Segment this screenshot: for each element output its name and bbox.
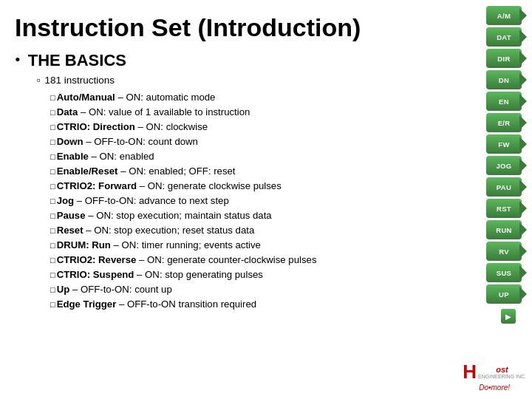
instruction-line: □Reset – ON: stop execution; reset statu… xyxy=(50,223,517,238)
instruction-line: □DRUM: Run – ON: timer running; events a… xyxy=(50,238,517,253)
page: Instruction Set (Introduction) • THE BAS… xyxy=(0,0,532,399)
instruction-line: □Down – OFF-to-ON: count down xyxy=(50,134,517,149)
play-icon[interactable] xyxy=(501,309,516,324)
play-btn-wrapper[interactable] xyxy=(501,307,516,324)
sidebar-btn-wrapper[interactable]: UP xyxy=(486,284,531,304)
instruction-line: □CTRIO: Suspend – ON: stop generating pu… xyxy=(50,267,517,282)
sidebar-btn-a/m[interactable]: A/M xyxy=(486,6,522,25)
basics-bullet: • THE BASICS xyxy=(15,51,517,70)
sidebar-btn-rst[interactable]: RST xyxy=(486,199,522,218)
sidebar-btn-wrapper[interactable]: RUN xyxy=(486,220,531,239)
host-logo: H ost ENGINEERING INC. Do•more! xyxy=(463,361,526,392)
instruction-line: □Enable – ON: enabled xyxy=(50,149,517,164)
sidebar-btn-up[interactable]: UP xyxy=(486,284,522,304)
instruction-line: □CTRIO2: Forward – ON: generate clockwis… xyxy=(50,179,517,194)
basics-label: THE BASICS xyxy=(28,51,126,70)
sidebar-btn-wrapper[interactable]: DAT xyxy=(486,27,531,47)
sidebar-btn-sus[interactable]: SUS xyxy=(486,263,522,282)
instruction-count: 181 instructions xyxy=(45,75,115,86)
sidebar-btn-wrapper[interactable]: E/R xyxy=(486,113,531,132)
sidebar-btn-wrapper[interactable]: EN xyxy=(486,92,531,111)
instruction-line: □CTRIO2: Reverse – ON: generate counter-… xyxy=(50,253,517,267)
sidebar-btn-pau[interactable]: PAU xyxy=(486,177,522,197)
sidebar-btn-wrapper[interactable]: RV xyxy=(486,242,531,261)
sidebar-btn-e/r[interactable]: E/R xyxy=(486,113,522,132)
instruction-line: □Pause – ON: stop execution; maintain st… xyxy=(50,208,517,223)
sidebar-btn-wrapper[interactable]: DIR xyxy=(486,49,531,68)
sidebar-btn-rv[interactable]: RV xyxy=(486,242,522,261)
sub-list: ▫ 181 instructions □Auto/Manual – ON: au… xyxy=(37,73,517,312)
instruction-line: □Data – ON: value of 1 available to inst… xyxy=(50,105,517,120)
sidebar-btn-wrapper[interactable]: RST xyxy=(486,199,531,218)
instruction-line: □Edge Trigger – OFF-to-ON transition req… xyxy=(50,297,517,312)
sidebar-btn-wrapper[interactable]: A/M xyxy=(486,6,531,25)
instruction-line: □CTRIO: Direction – ON: clockwise xyxy=(50,120,517,134)
instruction-count-line: ▫ 181 instructions xyxy=(37,73,517,89)
sidebar-btn-wrapper[interactable]: JOG xyxy=(486,156,531,175)
instruction-list: □Auto/Manual – ON: automatic mode□Data –… xyxy=(50,90,517,313)
sidebar-btn-en[interactable]: EN xyxy=(486,92,522,111)
sidebar-btn-wrapper[interactable]: PAU xyxy=(486,177,531,197)
sidebar-btn-wrapper[interactable]: DN xyxy=(486,70,531,89)
bullet-icon: • xyxy=(15,51,21,69)
right-sidebar: A/MDATDIRDNENE/RFWJOGPAURSTRUNRVSUSUP xyxy=(489,6,528,324)
host-letter: H xyxy=(463,361,477,383)
content-section: • THE BASICS ▫ 181 instructions □Auto/Ma… xyxy=(15,51,517,312)
instruction-line: □Enable/Reset – ON: enabled; OFF: reset xyxy=(50,164,517,179)
sidebar-btn-jog[interactable]: JOG xyxy=(486,156,522,175)
page-title: Instruction Set (Introduction) xyxy=(15,13,517,42)
sidebar-btn-wrapper[interactable]: SUS xyxy=(486,263,531,282)
sidebar-btn-wrapper[interactable]: FW xyxy=(486,134,531,154)
do-more-text: Do•more! xyxy=(463,383,526,392)
instruction-line: □Jog – OFF-to-ON: advance to next step xyxy=(50,194,517,208)
host-text: ost xyxy=(478,365,526,374)
instruction-line: □Up – OFF-to-ON: count up xyxy=(50,282,517,297)
sidebar-btn-fw[interactable]: FW xyxy=(486,134,522,154)
sidebar-btn-dir[interactable]: DIR xyxy=(486,49,522,68)
instruction-line: □Auto/Manual – ON: automatic mode xyxy=(50,90,517,105)
sidebar-btn-dn[interactable]: DN xyxy=(486,70,522,89)
sidebar-btn-dat[interactable]: DAT xyxy=(486,27,522,47)
arrow-icon: ▫ xyxy=(37,75,41,86)
sidebar-btn-run[interactable]: RUN xyxy=(486,220,522,239)
